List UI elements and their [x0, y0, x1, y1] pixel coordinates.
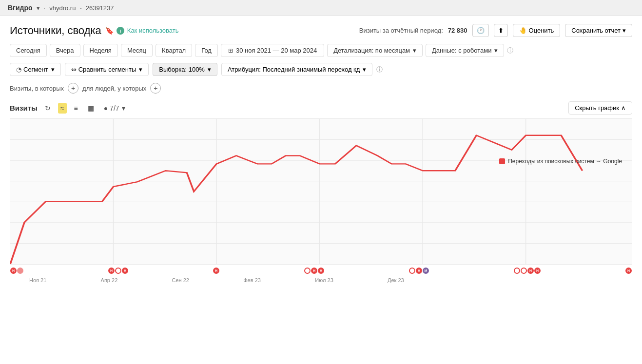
site-id: 26391237 — [86, 4, 114, 12]
metrics-chevron — [121, 104, 125, 112]
dash: - — [79, 4, 81, 12]
event-dot-ring — [514, 268, 520, 274]
date-toolbar: Сегодня Вчера Неделя Месяц Квартал Год ⊞… — [10, 44, 632, 57]
info-icon-2[interactable]: ⓘ — [507, 46, 513, 55]
attr-chevron — [362, 66, 366, 73]
separator: · — [44, 4, 46, 12]
x-label-nov21: Ноя 21 — [29, 277, 46, 283]
event-dot: Н — [311, 268, 317, 274]
save-report-button[interactable]: Сохранить отчет ▾ — [565, 24, 632, 37]
export-button[interactable]: ⬆ — [494, 24, 508, 37]
x-label-dec23: Дек 23 — [388, 277, 404, 283]
rate-icon: 🤚 — [519, 27, 527, 34]
top-bar: Вгидро ▾ · vhydro.ru - 26391237 — [0, 0, 642, 16]
event-dot: Н — [534, 268, 541, 274]
title-icons: 🔖 i Как использовать — [105, 27, 179, 35]
event-dot-ring — [521, 268, 527, 274]
add-visit-filter-btn[interactable]: + — [68, 83, 78, 94]
chart-title-area: Визиты ↻ ≈ ≡ ▦ ● 7/7 — [10, 103, 128, 114]
x-label-apr22: Апр 22 — [101, 277, 118, 283]
chart-header: Визиты ↻ ≈ ≡ ▦ ● 7/7 Скрыть график ∧ — [10, 101, 632, 115]
page-header: Источники, сводка 🔖 i Как использовать В… — [10, 24, 632, 37]
event-group-6: Н Н — [514, 268, 541, 274]
site-name[interactable]: Вгидро — [8, 4, 33, 12]
quarter-btn[interactable]: Квартал — [156, 44, 192, 57]
yesterday-btn[interactable]: Вчера — [50, 44, 80, 57]
event-group-1: Н — [10, 268, 23, 274]
how-to-use-link[interactable]: Как использовать — [127, 27, 179, 34]
chart-with-yaxis: 700 600 500 400 300 200 100 0 — [10, 118, 632, 265]
date-range-btn[interactable]: ⊞ 30 ноя 2021 — 20 мар 2024 — [221, 44, 324, 57]
week-btn[interactable]: Неделя — [83, 44, 118, 57]
chart-area: Переходы из поисковых систем → Google Н … — [10, 118, 632, 265]
today-btn[interactable]: Сегодня — [10, 44, 47, 57]
x-label-feb23: Фев 23 — [243, 277, 261, 283]
chart-wrapper: 700 600 500 400 300 200 100 0 — [10, 118, 632, 283]
legend-label: Переходы из поисковых систем → Google — [508, 158, 622, 165]
add-people-filter-btn[interactable]: + — [150, 83, 161, 94]
segment-btn[interactable]: ◔ Сегмент — [10, 63, 61, 76]
date-range-label: 30 ноя 2021 — 20 мар 2024 — [236, 47, 317, 54]
segment-label: Сегмент — [23, 66, 48, 73]
line-chart-btn[interactable]: ≈ — [58, 103, 67, 114]
event-dot: Н — [527, 268, 534, 274]
detail-chevron — [412, 47, 416, 54]
x-axis: Ноя 21 Апр 22 Сен 22 Фев 23 Июл 23 Дек 2… — [29, 277, 458, 283]
segment-chevron — [50, 66, 55, 73]
domain: vhydro.ru — [49, 4, 76, 12]
page-title: Источники, сводка — [10, 24, 101, 37]
hide-chart-btn[interactable]: Скрыть график ∧ — [568, 101, 632, 115]
info-icon[interactable]: i — [117, 27, 124, 35]
metrics-count: 7/7 — [110, 104, 119, 112]
chart-svg — [10, 119, 632, 264]
refresh-chart-btn[interactable]: ↻ — [42, 103, 53, 114]
event-dot-ring — [409, 268, 415, 274]
compare-label: Сравнить сегменты — [78, 66, 136, 73]
data-label: Данные: с роботами — [432, 47, 491, 54]
event-dot-ring — [115, 268, 121, 274]
attribution-btn[interactable]: Атрибуция: Последний значимый переход кд — [221, 63, 372, 76]
area-chart-btn[interactable]: ≡ — [72, 103, 80, 114]
rate-button[interactable]: 🤚 Оценить — [513, 24, 561, 37]
legend-color — [499, 158, 505, 164]
header-right: Визиты за отчётный период: 72 830 🕐 ⬆ 🤚 … — [359, 24, 632, 37]
people-filter-label: для людей, у которых — [82, 85, 146, 92]
event-group-7: Н — [625, 268, 632, 274]
event-dot-purple: М — [423, 268, 429, 274]
event-dot: Н — [213, 268, 219, 274]
x-label-jul23: Июл 23 — [315, 277, 333, 283]
filter-toolbar: ◔ Сегмент ⇔ Сравнить сегменты Выборка: 1… — [10, 63, 632, 76]
metrics-btn[interactable]: ● 7/7 — [101, 103, 128, 114]
metrics-icon: ● — [104, 104, 108, 112]
month-btn[interactable]: Месяц — [121, 44, 153, 57]
visits-label: Визиты за отчётный период: — [359, 27, 443, 34]
x-label-sep22: Сен 22 — [172, 277, 189, 283]
page-title-area: Источники, сводка 🔖 i Как использовать — [10, 24, 179, 37]
bookmark-icon[interactable]: 🔖 — [105, 27, 114, 35]
attr-info-icon[interactable]: ⓘ — [376, 65, 383, 74]
save-label: Сохранить отчет — [571, 27, 621, 34]
chart-title: Визиты — [10, 104, 38, 112]
bar-chart-btn[interactable]: ▦ — [85, 103, 97, 114]
calendar-icon: ⊞ — [228, 47, 233, 54]
chart-line — [10, 135, 583, 264]
year-btn[interactable]: Год — [195, 44, 218, 57]
clock-button[interactable]: 🕐 — [472, 24, 489, 37]
compare-btn[interactable]: ⇔ Сравнить сегменты — [65, 63, 149, 76]
rate-label: Оценить — [529, 27, 554, 34]
sample-btn[interactable]: Выборка: 100% — [153, 63, 217, 76]
save-dropdown-icon[interactable]: ▾ — [623, 27, 626, 34]
detail-btn[interactable]: Детализация: по месяцам — [327, 44, 423, 57]
data-chevron — [493, 47, 498, 54]
event-dot: Н — [10, 268, 17, 274]
hide-chart-label: Скрыть график — [575, 104, 619, 112]
event-dot — [17, 268, 23, 274]
attribution-label: Атрибуция: Последний значимый переход кд — [228, 66, 360, 73]
visits-value: 72 830 — [448, 27, 467, 34]
compare-icon: ⇔ — [71, 66, 77, 73]
data-btn[interactable]: Данные: с роботами — [426, 44, 504, 57]
dropdown-icon[interactable]: ▾ — [37, 4, 40, 12]
event-dot: Н — [122, 268, 128, 274]
chart-legend: Переходы из поисковых систем → Google — [499, 158, 622, 165]
event-dot: Н — [318, 268, 324, 274]
